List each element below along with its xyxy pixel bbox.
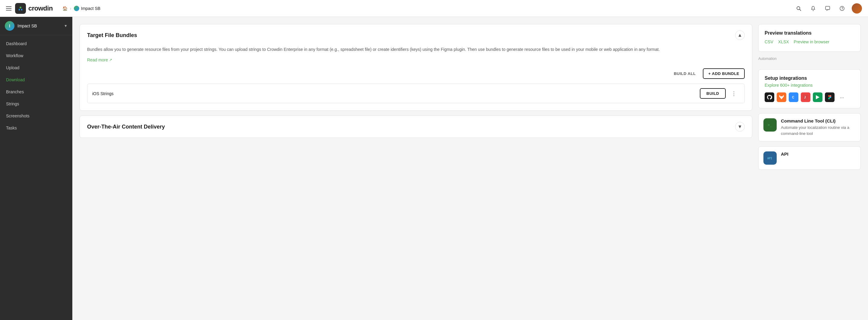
integrations-card: Setup integrations Explore 600+ integrat… — [758, 69, 861, 108]
automation-label: Automation — [758, 57, 861, 61]
gitlab-integration-icon[interactable] — [777, 93, 786, 102]
read-more-link[interactable]: Read more ↗ — [87, 58, 745, 62]
ota-collapse-button[interactable]: ▼ — [735, 122, 745, 132]
bundles-card-header[interactable]: Target File Bundles ▲ — [80, 24, 752, 46]
cli-tool-icon: >_ — [764, 118, 777, 132]
header-left: crowdin 🏠 › Impact SB — [6, 3, 100, 14]
more-integrations-icon[interactable]: ··· — [837, 93, 846, 102]
hamburger-icon[interactable] — [6, 6, 11, 10]
crowdin-integration-icon[interactable]: C — [789, 93, 798, 102]
svg-rect-16 — [828, 95, 830, 97]
project-globe-icon — [74, 6, 79, 11]
cli-tool-info: Command Line Tool (CLI) Automate your lo… — [781, 118, 856, 136]
svg-rect-17 — [828, 98, 830, 99]
figma-integration-icon[interactable] — [825, 93, 835, 102]
bundles-description: Bundles allow you to generate resource f… — [87, 46, 745, 53]
bundles-collapse-button[interactable]: ▲ — [735, 30, 745, 40]
bundle-name: iOS Strings — [92, 91, 700, 96]
crowdin-logo-svg — [17, 5, 24, 12]
main-content: Target File Bundles ▲ Bundles allow you … — [80, 24, 752, 313]
github-integration-icon[interactable] — [765, 93, 774, 102]
cli-tool-card: >_ Command Line Tool (CLI) Automate your… — [758, 113, 861, 141]
preview-links: CSV XLSX Preview in browser — [765, 39, 855, 44]
svg-rect-7 — [826, 6, 830, 10]
bundle-actions: BUILD ALL + ADD BUNDLE — [87, 68, 745, 79]
ota-card: Over-The-Air Content Delivery ▼ — [80, 116, 752, 138]
search-icon[interactable] — [794, 4, 804, 13]
svg-marker-14 — [816, 95, 819, 99]
api-tool-card: API API — [758, 146, 861, 170]
sidebar-item-dashboard[interactable]: Dashboard — [0, 38, 72, 50]
svg-point-6 — [813, 10, 814, 11]
top-header: crowdin 🏠 › Impact SB ? — [0, 0, 868, 17]
api-tool-name: API — [781, 151, 856, 156]
sidebar-item-branches[interactable]: Branches — [0, 86, 72, 98]
sidebar-item-download[interactable]: Download — [0, 74, 72, 86]
breadcrumb-separator: › — [70, 6, 71, 11]
svg-text:J: J — [804, 96, 806, 99]
svg-text:API: API — [767, 157, 772, 160]
bundle-more-button[interactable]: ⋮ — [728, 89, 740, 98]
breadcrumb-current: Impact SB — [74, 6, 101, 11]
google-play-integration-icon[interactable] — [813, 93, 823, 102]
sidebar-item-strings[interactable]: Strings — [0, 98, 72, 110]
ota-card-title: Over-The-Air Content Delivery — [87, 124, 165, 130]
project-icon: I — [5, 21, 14, 31]
sidebar-item-workflow[interactable]: Workflow — [0, 50, 72, 62]
csv-link[interactable]: CSV — [765, 39, 773, 44]
main-layout: I Impact SB ▼ Dashboard Workflow Upload … — [0, 17, 868, 320]
preview-in-browser-link[interactable]: Preview in browser — [794, 39, 830, 44]
sidebar-project[interactable]: I Impact SB ▼ — [0, 17, 72, 35]
sidebar: I Impact SB ▼ Dashboard Workflow Upload … — [0, 17, 72, 320]
svg-text:>_: >_ — [768, 123, 772, 127]
svg-rect-18 — [830, 95, 831, 97]
api-tool-icon: API — [764, 151, 777, 165]
project-name: Impact SB — [18, 24, 61, 28]
chat-icon[interactable] — [823, 4, 832, 13]
bundle-build-button[interactable]: BUILD — [700, 88, 726, 99]
breadcrumb-home-icon[interactable]: 🏠 — [62, 6, 67, 11]
sidebar-nav: Dashboard Workflow Upload Download Branc… — [0, 35, 72, 320]
api-tool-info: API — [781, 151, 856, 158]
svg-point-1 — [20, 7, 22, 8]
svg-text:C: C — [792, 96, 794, 99]
bell-icon[interactable] — [808, 4, 818, 13]
sidebar-item-upload[interactable]: Upload — [0, 62, 72, 74]
preview-card-title: Preview translations — [765, 30, 855, 36]
content-area: Target File Bundles ▲ Bundles allow you … — [72, 17, 868, 320]
svg-text:?: ? — [841, 7, 843, 10]
integration-icons: C J ··· — [765, 93, 855, 102]
external-link-icon: ↗ — [109, 58, 112, 62]
help-icon[interactable]: ? — [837, 4, 847, 13]
preview-card: Preview translations CSV XLSX Preview in… — [758, 24, 861, 52]
integrations-title: Setup integrations — [765, 76, 855, 81]
explore-integrations-link[interactable]: Explore 600+ integrations — [765, 83, 855, 87]
build-all-button[interactable]: BUILD ALL — [670, 69, 700, 78]
project-dropdown-icon: ▼ — [64, 24, 67, 28]
bundles-card-body: Bundles allow you to generate resource f… — [80, 46, 752, 110]
svg-point-3 — [21, 9, 22, 10]
bundle-item: iOS Strings BUILD ⋮ — [87, 84, 745, 103]
breadcrumb: 🏠 › Impact SB — [62, 6, 100, 11]
cli-tool-name: Command Line Tool (CLI) — [781, 118, 856, 123]
logo-wrapper: crowdin — [15, 3, 53, 14]
svg-line-5 — [800, 9, 801, 10]
svg-point-2 — [19, 9, 20, 10]
sidebar-item-screenshots[interactable]: Screenshots — [0, 110, 72, 122]
jira-integration-icon[interactable]: J — [801, 93, 810, 102]
logo-text: crowdin — [28, 4, 53, 12]
add-bundle-button[interactable]: + ADD BUNDLE — [703, 68, 745, 79]
header-right: ? — [794, 3, 862, 13]
sidebar-item-tasks[interactable]: Tasks — [0, 122, 72, 134]
ota-card-header[interactable]: Over-The-Air Content Delivery ▼ — [80, 116, 752, 138]
xlsx-link[interactable]: XLSX — [778, 39, 789, 44]
logo-icon — [15, 3, 26, 14]
bundles-card-title: Target File Bundles — [87, 32, 137, 39]
cli-tool-description: Automate your localization routine via a… — [781, 125, 856, 136]
avatar[interactable] — [852, 3, 862, 13]
bundles-card: Target File Bundles ▲ Bundles allow you … — [80, 24, 752, 111]
right-sidebar: Preview translations CSV XLSX Preview in… — [758, 24, 861, 313]
